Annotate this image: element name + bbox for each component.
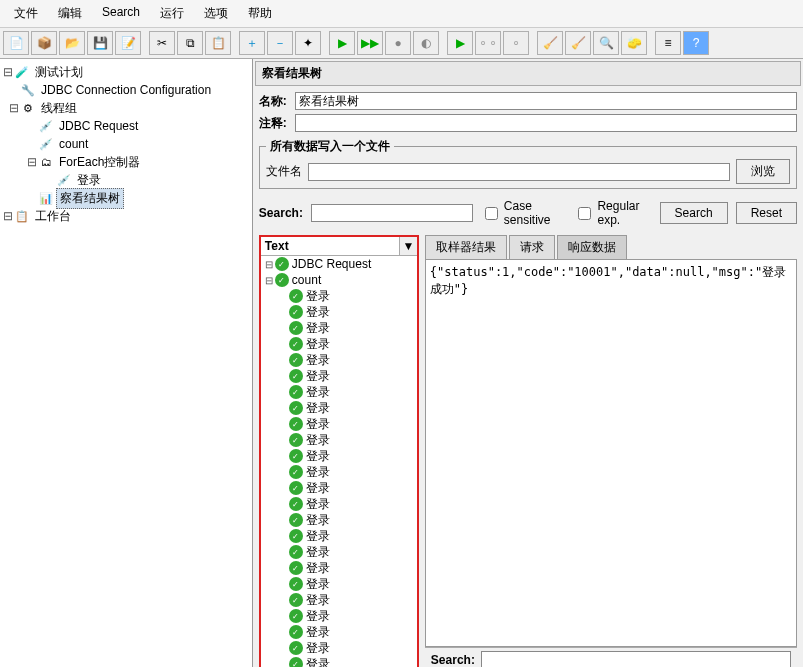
cut-icon[interactable]: ✂ <box>149 31 175 55</box>
menu-help[interactable]: 帮助 <box>238 2 282 25</box>
result-row[interactable]: ✓登录 <box>261 304 417 320</box>
result-row[interactable]: ✓登录 <box>261 560 417 576</box>
remote-start-all-icon[interactable]: ⚬⚬ <box>475 31 501 55</box>
reset-button[interactable]: Reset <box>736 202 797 224</box>
menu-file[interactable]: 文件 <box>4 2 48 25</box>
regex-label: Regular exp. <box>597 199 651 227</box>
panel-title: 察看结果树 <box>255 61 801 86</box>
tree-count[interactable]: count <box>56 136 91 152</box>
search-input[interactable] <box>311 204 473 222</box>
result-label: 登录 <box>306 528 330 545</box>
start-no-pause-icon[interactable]: ▶▶ <box>357 31 383 55</box>
tree-foreach[interactable]: ForEach控制器 <box>56 153 143 172</box>
function-helper-icon[interactable]: ≡ <box>655 31 681 55</box>
success-icon: ✓ <box>289 433 303 447</box>
tab-response-data[interactable]: 响应数据 <box>557 235 627 259</box>
row-toggle-icon[interactable]: ⊟ <box>265 275 275 286</box>
collapse-icon[interactable]: － <box>267 31 293 55</box>
result-label: 登录 <box>306 352 330 369</box>
help-icon[interactable]: ? <box>683 31 709 55</box>
toggle-icon[interactable]: ✦ <box>295 31 321 55</box>
remote-stop-icon[interactable]: ⚬ <box>503 31 529 55</box>
save-icon[interactable]: 💾 <box>87 31 113 55</box>
clear-icon[interactable]: 🧹 <box>537 31 563 55</box>
result-row[interactable]: ✓登录 <box>261 416 417 432</box>
clear-all-icon[interactable]: 🧹 <box>565 31 591 55</box>
start-icon[interactable]: ▶ <box>329 31 355 55</box>
regex-checkbox[interactable] <box>578 207 591 220</box>
result-row[interactable]: ✓登录 <box>261 464 417 480</box>
menu-search[interactable]: Search <box>92 2 150 25</box>
result-row[interactable]: ✓登录 <box>261 352 417 368</box>
success-icon: ✓ <box>289 593 303 607</box>
expand-icon[interactable]: ＋ <box>239 31 265 55</box>
copy-icon[interactable]: ⧉ <box>177 31 203 55</box>
new-icon[interactable]: 📄 <box>3 31 29 55</box>
results-list[interactable]: ⊟✓JDBC Request⊟✓count✓登录✓登录✓登录✓登录✓登录✓登录✓… <box>261 256 417 667</box>
dropdown-arrow-icon[interactable]: ▼ <box>399 237 417 255</box>
result-row[interactable]: ✓登录 <box>261 448 417 464</box>
name-input[interactable] <box>295 92 797 110</box>
result-row[interactable]: ✓登录 <box>261 528 417 544</box>
tree-test-plan[interactable]: 测试计划 <box>32 63 86 82</box>
tree-toggle[interactable]: ⊟ <box>26 155 38 169</box>
success-icon: ✓ <box>289 353 303 367</box>
comment-input[interactable] <box>295 114 797 132</box>
tree-view-results[interactable]: 察看结果树 <box>56 188 124 209</box>
menu-edit[interactable]: 编辑 <box>48 2 92 25</box>
shutdown-icon[interactable]: ◐ <box>413 31 439 55</box>
find-icon[interactable]: 🔍 <box>593 31 619 55</box>
detail-search-input[interactable] <box>481 651 791 667</box>
reset-search-icon[interactable]: 🧽 <box>621 31 647 55</box>
search-button[interactable]: Search <box>660 202 728 224</box>
result-row[interactable]: ✓登录 <box>261 608 417 624</box>
result-row[interactable]: ⊟✓count <box>261 272 417 288</box>
result-row[interactable]: ✓登录 <box>261 400 417 416</box>
result-row[interactable]: ✓登录 <box>261 656 417 667</box>
right-panel: 察看结果树 名称: 注释: 所有数据写入一个文件 文件名 浏览 Search: … <box>253 59 803 667</box>
result-row[interactable]: ✓登录 <box>261 336 417 352</box>
tree-toggle[interactable]: ⊟ <box>2 65 14 79</box>
tree-workbench[interactable]: 工作台 <box>32 207 74 226</box>
row-toggle-icon[interactable]: ⊟ <box>265 259 275 270</box>
save-as-icon[interactable]: 📝 <box>115 31 141 55</box>
result-row[interactable]: ✓登录 <box>261 368 417 384</box>
open-icon[interactable]: 📂 <box>59 31 85 55</box>
paste-icon[interactable]: 📋 <box>205 31 231 55</box>
write-file-group: 所有数据写入一个文件 文件名 浏览 <box>259 138 797 189</box>
result-row[interactable]: ⊟✓JDBC Request <box>261 256 417 272</box>
result-row[interactable]: ✓登录 <box>261 480 417 496</box>
success-icon: ✓ <box>289 401 303 415</box>
case-checkbox[interactable] <box>485 207 498 220</box>
tree-toggle[interactable]: ⊟ <box>8 101 20 115</box>
result-row[interactable]: ✓登录 <box>261 384 417 400</box>
result-row[interactable]: ✓登录 <box>261 496 417 512</box>
result-row[interactable]: ✓登录 <box>261 512 417 528</box>
tree-thread-group[interactable]: 线程组 <box>38 99 80 118</box>
name-label: 名称: <box>259 93 295 110</box>
tree-jdbc-request[interactable]: JDBC Request <box>56 118 141 134</box>
result-row[interactable]: ✓登录 <box>261 544 417 560</box>
result-label: 登录 <box>306 336 330 353</box>
tree-jdbc-conn[interactable]: JDBC Connection Configuration <box>38 82 214 98</box>
result-row[interactable]: ✓登录 <box>261 592 417 608</box>
tab-request[interactable]: 请求 <box>509 235 555 259</box>
result-label: 登录 <box>306 608 330 625</box>
result-row[interactable]: ✓登录 <box>261 320 417 336</box>
browse-button[interactable]: 浏览 <box>736 159 790 184</box>
result-row[interactable]: ✓登录 <box>261 640 417 656</box>
tab-sampler-result[interactable]: 取样器结果 <box>425 235 507 259</box>
templates-icon[interactable]: 📦 <box>31 31 57 55</box>
result-row[interactable]: ✓登录 <box>261 288 417 304</box>
result-row[interactable]: ✓登录 <box>261 432 417 448</box>
menu-run[interactable]: 运行 <box>150 2 194 25</box>
response-body[interactable]: {"status":1,"code":"10001","data":null,"… <box>425 260 797 647</box>
filename-input[interactable] <box>308 163 730 181</box>
stop-icon[interactable]: ● <box>385 31 411 55</box>
success-icon: ✓ <box>289 305 303 319</box>
result-row[interactable]: ✓登录 <box>261 576 417 592</box>
result-row[interactable]: ✓登录 <box>261 624 417 640</box>
tree-toggle[interactable]: ⊟ <box>2 209 14 223</box>
menu-options[interactable]: 选项 <box>194 2 238 25</box>
remote-start-icon[interactable]: ▶ <box>447 31 473 55</box>
